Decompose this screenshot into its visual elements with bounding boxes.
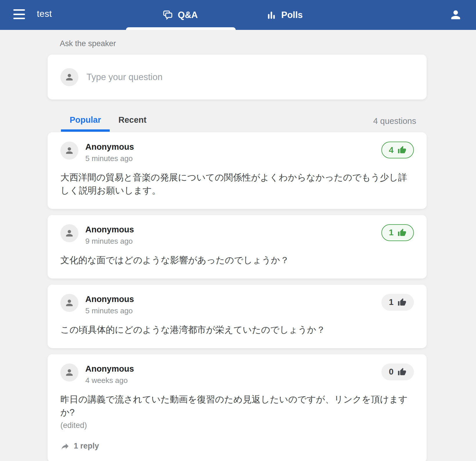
like-button[interactable]: 1 xyxy=(381,294,414,311)
reply-arrow-icon xyxy=(60,442,70,451)
tab-qa-label: Q&A xyxy=(178,10,198,20)
bar-chart-icon xyxy=(266,10,277,20)
like-count: 1 xyxy=(389,297,394,307)
tab-recent[interactable]: Recent xyxy=(110,115,155,132)
timestamp: 4 weeks ago xyxy=(85,376,134,385)
tab-polls-label: Polls xyxy=(281,10,303,20)
question-card: Anonymous 9 minutes ago 1 文化的な面ではどのような影響… xyxy=(48,215,427,279)
question-card: Anonymous 5 minutes ago 4 大西洋間の貿易と音楽の発展に… xyxy=(48,132,427,209)
person-icon xyxy=(64,368,74,377)
reply-count-label: 1 reply xyxy=(74,442,99,451)
person-icon xyxy=(64,72,74,82)
thumb-up-icon xyxy=(398,228,406,237)
avatar xyxy=(60,364,78,382)
timestamp: 5 minutes ago xyxy=(85,306,134,315)
edited-label: (edited) xyxy=(60,421,414,430)
tab-popular[interactable]: Popular xyxy=(61,115,110,132)
question-text: 大西洋間の貿易と音楽の発展についての関係性がよくわからなかったのでもう少し詳しく… xyxy=(60,171,414,197)
person-icon xyxy=(449,18,462,22)
thumb-up-icon xyxy=(398,298,406,307)
question-text: この頃具体的にどのような港湾都市が栄えていたのでしょうか？ xyxy=(60,323,414,337)
author-name: Anonymous xyxy=(85,142,134,152)
timestamp: 5 minutes ago xyxy=(85,154,134,163)
avatar xyxy=(60,142,78,160)
active-tab-indicator xyxy=(126,27,236,30)
like-count: 0 xyxy=(389,367,394,377)
question-count: 4 questions xyxy=(373,116,416,132)
filter-row: Popular Recent 4 questions xyxy=(48,115,427,132)
section-label: Ask the speaker xyxy=(60,39,427,48)
avatar xyxy=(60,68,78,86)
profile-button[interactable] xyxy=(448,8,463,23)
qa-content: Ask the speaker Popular Recent 4 questio… xyxy=(48,39,427,461)
author-name: Anonymous xyxy=(85,225,134,234)
ask-question-card xyxy=(48,55,427,100)
hamburger-menu-icon[interactable] xyxy=(13,9,25,19)
like-button[interactable]: 4 xyxy=(381,142,414,158)
question-text: 昨日の講義で流されていた動画を復習のため見返したいのですが、リンクを頂けますか? xyxy=(60,393,414,419)
like-count: 1 xyxy=(389,228,394,237)
author-name: Anonymous xyxy=(85,364,134,374)
thumb-up-icon xyxy=(398,146,406,154)
chat-bubbles-icon xyxy=(162,10,173,21)
thumb-up-icon xyxy=(398,368,406,376)
app-header: test Q&A Polls xyxy=(0,0,476,30)
like-button[interactable]: 0 xyxy=(381,364,414,380)
question-text: 文化的な面ではどのような影響があったのでしょうか？ xyxy=(60,254,414,267)
person-icon xyxy=(64,228,74,238)
like-button[interactable]: 1 xyxy=(381,224,414,241)
person-icon xyxy=(64,298,74,308)
avatar xyxy=(60,294,78,312)
question-input[interactable] xyxy=(86,72,414,82)
event-title: test xyxy=(37,9,52,19)
person-icon xyxy=(64,146,74,156)
avatar xyxy=(60,224,78,242)
timestamp: 9 minutes ago xyxy=(85,237,134,246)
question-card: Anonymous 4 weeks ago 0 昨日の講義で流されていた動画を復… xyxy=(48,354,427,461)
author-name: Anonymous xyxy=(85,294,134,304)
like-count: 4 xyxy=(389,145,394,155)
question-card: Anonymous 5 minutes ago 1 この頃具体的にどのような港湾… xyxy=(48,285,427,348)
replies-toggle[interactable]: 1 reply xyxy=(60,442,414,451)
tab-qa[interactable]: Q&A xyxy=(125,0,235,30)
tab-polls[interactable]: Polls xyxy=(235,0,334,30)
